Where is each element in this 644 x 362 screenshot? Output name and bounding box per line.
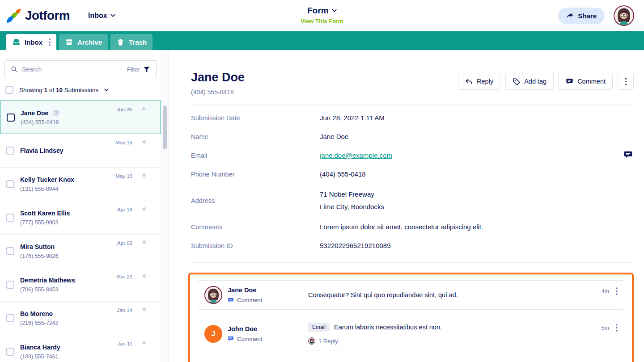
- chevron-down-icon: [110, 14, 115, 17]
- submission-list-item[interactable]: Mira Sutton (176) 555-9826 Apr 02 ★: [0, 235, 161, 268]
- submission-date: Apr 02: [117, 240, 132, 246]
- reply-thread-link[interactable]: 1 Reply: [308, 337, 602, 345]
- star-icon[interactable]: ★: [141, 339, 147, 347]
- email-link[interactable]: jane.doe@example.com: [320, 152, 392, 159]
- submission-checkbox[interactable]: [6, 314, 14, 322]
- tab-inbox[interactable]: Inbox: [6, 34, 56, 50]
- filter-label: Filter: [127, 66, 140, 73]
- top-header: Jotform Inbox Form View This Form Share: [0, 0, 644, 31]
- submission-name: Demetria Mathews: [20, 277, 75, 284]
- star-icon[interactable]: ★: [141, 238, 147, 246]
- filter-button[interactable]: Filter: [121, 61, 156, 78]
- star-icon[interactable]: ★: [141, 171, 147, 179]
- share-label: Share: [578, 12, 597, 20]
- inbox-tab-menu-icon[interactable]: [49, 38, 51, 46]
- tab-archive-label: Archive: [77, 38, 102, 46]
- field-row-address: Address 71 Nobel Freeway Lime City, Boon…: [191, 184, 634, 218]
- comment-icon: [228, 297, 234, 303]
- add-tag-button[interactable]: Add tag: [505, 73, 554, 90]
- field-value: Jane Doe: [320, 132, 348, 142]
- user-avatar[interactable]: [614, 5, 634, 26]
- inbox-switcher[interactable]: Inbox: [88, 12, 115, 20]
- submission-list-item[interactable]: Flavia Lindsey May 15 ★: [0, 134, 161, 168]
- avatar-image: [614, 6, 633, 25]
- select-all-checkbox[interactable]: [5, 86, 13, 94]
- form-title-dropdown[interactable]: Form: [301, 6, 343, 16]
- submission-checkbox[interactable]: [6, 247, 14, 255]
- comment-icon: [566, 78, 573, 85]
- view-this-form-link[interactable]: View This Form: [301, 18, 343, 25]
- reply-button[interactable]: Reply: [458, 73, 500, 90]
- submission-list-item[interactable]: Demetria Mathews (706) 555-8453 Mar 22 ★: [0, 268, 161, 302]
- field-list: Submission Date Jun 28, 2022 1:11 AM Nam…: [191, 109, 634, 255]
- tab-trash[interactable]: Trash: [110, 34, 153, 50]
- field-value: Lorem ipsum dolor sit amet, consectetur …: [320, 222, 483, 232]
- submission-date: Mar 22: [116, 274, 132, 279]
- field-value: (404) 555-0418: [320, 169, 366, 179]
- reply-author-avatar: [308, 337, 315, 345]
- share-button[interactable]: Share: [558, 8, 605, 24]
- submission-name: Jane Doe: [21, 109, 48, 117]
- filter-funnel-icon: [143, 66, 150, 73]
- comment-indicator-icon[interactable]: [623, 150, 633, 160]
- submission-list-item[interactable]: Bianca Hardy (109) 555-7461 Jan 11 ★: [0, 335, 161, 362]
- submission-checkbox[interactable]: [6, 180, 14, 188]
- tab-archive[interactable]: Archive: [59, 34, 108, 50]
- submission-checkbox[interactable]: [6, 348, 14, 356]
- sidebar-scrollbar-thumb[interactable]: [163, 105, 167, 149]
- submission-name: Kelly Tucker Knox: [20, 176, 74, 183]
- header-divider: [79, 9, 79, 22]
- submission-phone: (706) 555-8453: [20, 286, 75, 293]
- submission-list-item[interactable]: Bo Moreno (216) 555-7242 Jan 14 ★: [0, 302, 161, 335]
- submission-list-item[interactable]: Kelly Tucker Knox (131) 555-8944 May 10 …: [0, 168, 161, 201]
- reply-icon: [465, 78, 473, 85]
- sidebar-scrollbar[interactable]: [161, 50, 169, 362]
- star-icon[interactable]: ★: [141, 272, 147, 280]
- comment-menu-icon[interactable]: [616, 287, 618, 295]
- comment-menu-icon[interactable]: [616, 324, 618, 332]
- star-icon[interactable]: ★: [141, 138, 147, 146]
- jotform-logo-icon: [6, 8, 21, 23]
- tab-trash-label: Trash: [129, 38, 147, 46]
- kebab-menu-icon: [622, 78, 630, 85]
- jotform-logo[interactable]: Jotform: [6, 8, 70, 23]
- commenter-name: John Doe: [228, 325, 262, 333]
- comment-button[interactable]: Comment: [559, 73, 613, 90]
- field-label: Comments: [191, 222, 320, 232]
- chevron-down-icon[interactable]: [104, 88, 109, 92]
- field-label: Name: [191, 132, 320, 142]
- submission-phone: (404) 555-0418: [21, 119, 61, 126]
- page-title: Jane Doe: [191, 71, 245, 84]
- submission-list-item[interactable]: Scott Karen Ellis (777) 555-9903 Apr 16 …: [0, 201, 161, 235]
- trash-icon: [116, 38, 125, 46]
- search-input[interactable]: [22, 61, 121, 78]
- comment-type: Comment: [228, 336, 262, 342]
- showing-summary: Showing 1 of 10 Submissions: [19, 87, 98, 93]
- inbox-toolbar: Inbox Archive Trash: [0, 31, 644, 50]
- star-icon[interactable]: ★: [141, 105, 147, 113]
- star-icon[interactable]: ★: [141, 305, 147, 313]
- submission-list: Jane Doe 2 (404) 555-0418 Jun 28 ★ Flavi…: [0, 101, 161, 362]
- submission-date: Jan 11: [117, 341, 132, 346]
- submission-list-item[interactable]: Jane Doe 2 (404) 555-0418 Jun 28 ★: [0, 101, 161, 134]
- submission-name: Bianca Hardy: [20, 344, 60, 351]
- more-actions-button[interactable]: [618, 73, 634, 90]
- fields-separator: [191, 262, 634, 263]
- submission-date: Jun 28: [116, 107, 132, 112]
- page-subtitle: (404) 555-0418: [191, 88, 245, 96]
- comment-text: Consequatur? Sint qui quo repudiandae si…: [308, 291, 602, 299]
- archive-icon: [65, 38, 73, 46]
- star-icon[interactable]: ★: [141, 205, 147, 213]
- field-value: 71 Nobel Freeway Lime City, Boondocks: [320, 188, 384, 213]
- submission-phone: (109) 555-7461: [20, 354, 60, 360]
- submission-checkbox[interactable]: [6, 214, 14, 222]
- search-icon: [11, 66, 18, 73]
- field-row-phone: Phone Number (404) 555-0418: [191, 165, 634, 184]
- submission-checkbox[interactable]: [6, 147, 14, 155]
- submission-date: May 15: [115, 140, 132, 145]
- form-header-center: Form View This Form: [301, 6, 343, 25]
- search-bar: Filter: [4, 60, 157, 78]
- field-value: 5322022965219210089: [320, 241, 391, 251]
- submission-checkbox[interactable]: [7, 114, 15, 122]
- submission-checkbox[interactable]: [6, 281, 14, 289]
